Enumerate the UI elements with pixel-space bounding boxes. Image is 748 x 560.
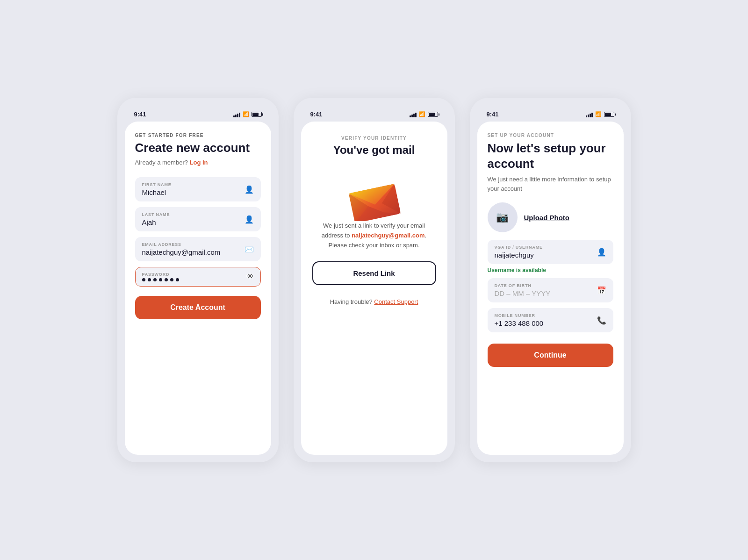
status-icons-2: 📶: [410, 111, 438, 117]
status-icons-3: 📶: [586, 111, 614, 117]
status-bar-2: 9:41 📶: [301, 105, 447, 122]
signal-icon-3: [586, 112, 593, 117]
wifi-icon-1: 📶: [243, 111, 249, 117]
person-icon-2: 👤: [245, 215, 254, 224]
already-member-text: Already a member? Log In: [135, 159, 261, 166]
mobile-label: MOBILE NUMBER: [495, 313, 597, 318]
email-label: EMAIL ADDRESS: [142, 242, 245, 247]
battery-icon-1: [252, 112, 262, 117]
get-started-label: GET STARTED FOR FREE: [135, 133, 261, 138]
email-value: naijatechguy@gmail.com: [142, 248, 245, 256]
avatar-circle: 📷: [488, 202, 518, 232]
continue-button[interactable]: Continue: [488, 344, 613, 367]
first-name-value: Michael: [142, 188, 245, 196]
verify-label: VERIFY YOUR IDENTITY: [341, 136, 407, 141]
phone-frame-1: 9:41 📶 GET STARTED FOR FREE Create new a…: [117, 98, 279, 462]
mobile-value: +1 233 488 000: [495, 319, 597, 327]
password-label: PASSWORD: [142, 272, 246, 277]
youve-got-mail-title: You've got mail: [333, 144, 415, 157]
wifi-icon-2: 📶: [419, 111, 425, 117]
dob-field[interactable]: DATE OF BIRTH DD – MM – YYYY 📅: [488, 278, 613, 302]
create-account-button[interactable]: Create Account: [135, 296, 261, 319]
calendar-icon: 📅: [597, 286, 606, 295]
dob-placeholder: DD – MM – YYYY: [495, 289, 597, 297]
screen1-bg: GET STARTED FOR FREE Create new account …: [125, 122, 271, 455]
first-name-label: FIRST NAME: [142, 182, 245, 187]
screen2-bg: VERIFY YOUR IDENTITY You've got mail: [301, 122, 447, 455]
first-name-field[interactable]: FIRST NAME Michael 👤: [135, 177, 261, 201]
dob-label: DATE OF BIRTH: [495, 283, 597, 288]
upload-photo-row: 📷 Upload Photo: [488, 202, 613, 232]
mobile-field[interactable]: MOBILE NUMBER +1 233 488 000 📞: [488, 308, 613, 332]
password-field[interactable]: PASSWORD 👁: [135, 267, 261, 287]
username-value: naijatechguy: [495, 251, 597, 259]
resend-link-button[interactable]: Resend Link: [312, 261, 436, 285]
screen1-content: GET STARTED FOR FREE Create new account …: [125, 122, 271, 455]
last-name-value: Ajah: [142, 218, 245, 226]
trouble-text: Having trouble? Contact Support: [330, 298, 418, 305]
username-available-text: Username is available: [488, 267, 613, 273]
status-icons-1: 📶: [233, 111, 262, 117]
phone-icon: 📞: [597, 316, 606, 325]
setup-subtitle: We just need a little more information t…: [488, 175, 613, 193]
status-bar-1: 9:41 📶: [125, 105, 271, 122]
last-name-field[interactable]: LAST NAME Ajah 👤: [135, 207, 261, 231]
time-1: 9:41: [134, 111, 146, 118]
create-account-title: Create new account: [135, 141, 261, 155]
mail-illustration: [344, 170, 404, 221]
last-name-label: LAST NAME: [142, 212, 245, 217]
wifi-icon-3: 📶: [595, 111, 602, 117]
person-icon-1: 👤: [245, 185, 254, 194]
battery-icon-2: [428, 112, 438, 117]
signal-icon-2: [410, 112, 417, 117]
contact-support-link[interactable]: Contact Support: [374, 298, 418, 305]
battery-icon-3: [604, 112, 614, 117]
verify-body-text: We just sent a link to verify your email…: [312, 221, 436, 250]
email-icon: ✉️: [245, 245, 254, 254]
email-highlight: naijatechguy@gmail.com: [352, 232, 424, 239]
screen3-content: SET UP YOUR ACCOUNT Now let's setup your…: [477, 122, 624, 455]
phone-frame-3: 9:41 📶 SET UP YOUR ACCOUNT Now let's set…: [470, 98, 631, 462]
person-icon-3: 👤: [597, 248, 606, 257]
signal-icon-1: [233, 112, 240, 117]
upload-photo-link[interactable]: Upload Photo: [524, 214, 570, 222]
screen3-bg: SET UP YOUR ACCOUNT Now let's setup your…: [477, 122, 624, 455]
time-3: 9:41: [487, 111, 499, 118]
username-label: VGA ID / USERNAME: [495, 245, 597, 250]
time-2: 9:41: [310, 111, 323, 118]
phone-frame-2: 9:41 📶 VERIFY YOUR IDENTITY You've got m…: [294, 98, 455, 462]
setup-title: Now let's setup your account: [488, 141, 613, 171]
screen2-content: VERIFY YOUR IDENTITY You've got mail: [301, 122, 447, 455]
password-dots: [142, 278, 246, 281]
username-field[interactable]: VGA ID / USERNAME naijatechguy 👤: [488, 240, 613, 264]
status-bar-3: 9:41 📶: [477, 105, 624, 122]
email-field[interactable]: EMAIL ADDRESS naijatechguy@gmail.com ✉️: [135, 237, 261, 261]
setup-label: SET UP YOUR ACCOUNT: [488, 133, 613, 138]
camera-icon: 📷: [496, 211, 509, 223]
login-link[interactable]: Log In: [190, 159, 208, 166]
eye-icon[interactable]: 👁: [246, 273, 254, 281]
